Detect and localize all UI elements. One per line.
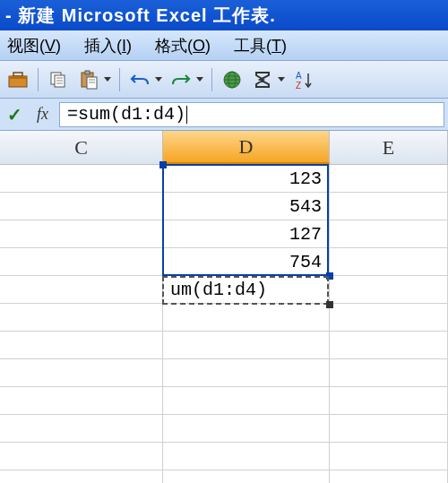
menu-format[interactable]: 格式(O) bbox=[151, 33, 214, 58]
cell-c5[interactable] bbox=[0, 276, 163, 303]
autosum-dropdown-icon[interactable] bbox=[277, 67, 286, 92]
cell-d4[interactable]: 754 bbox=[163, 248, 330, 275]
table-row: 123 bbox=[0, 165, 448, 193]
cell-c4[interactable] bbox=[0, 248, 163, 275]
svg-rect-1 bbox=[13, 73, 22, 76]
formula-input[interactable]: =sum(d1:d4) bbox=[59, 102, 444, 127]
cell-c8[interactable] bbox=[0, 359, 163, 386]
cell-d5[interactable]: um(d1:d4) bbox=[163, 276, 330, 303]
formula-text: =sum(d1:d4) bbox=[67, 104, 185, 125]
cell-c3[interactable] bbox=[0, 220, 163, 247]
sort-asc-icon[interactable]: AZ bbox=[291, 67, 316, 92]
table-row bbox=[0, 332, 448, 359]
copy-icon[interactable] bbox=[46, 67, 71, 92]
cell-c11[interactable] bbox=[0, 443, 163, 470]
table-row bbox=[0, 443, 448, 470]
cell-c1[interactable] bbox=[0, 165, 163, 192]
autosum-icon[interactable] bbox=[250, 67, 275, 92]
paste-dropdown-icon[interactable] bbox=[103, 67, 112, 92]
column-headers: C D E bbox=[0, 131, 448, 165]
cell-e6[interactable] bbox=[330, 304, 448, 331]
svg-text:Z: Z bbox=[296, 81, 301, 90]
table-row: 754 bbox=[0, 248, 448, 276]
cell-d11[interactable] bbox=[163, 443, 330, 470]
window-title: - 新建 Microsoft Excel 工作表. bbox=[5, 4, 276, 28]
cell-e5[interactable] bbox=[330, 276, 448, 303]
menu-insert[interactable]: 插入(I) bbox=[81, 33, 135, 58]
redo-dropdown-icon[interactable] bbox=[195, 67, 204, 92]
toolbox-icon[interactable] bbox=[5, 67, 30, 92]
undo-icon[interactable] bbox=[127, 67, 152, 92]
table-row bbox=[0, 415, 448, 443]
cell-d9[interactable] bbox=[163, 387, 330, 414]
undo-dropdown-icon[interactable] bbox=[154, 67, 163, 92]
menu-view[interactable]: 视图(V) bbox=[4, 33, 65, 58]
window-titlebar: - 新建 Microsoft Excel 工作表. bbox=[0, 0, 448, 30]
cell-c6[interactable] bbox=[0, 304, 163, 331]
cell-e9[interactable] bbox=[330, 387, 448, 414]
cell-d12[interactable] bbox=[163, 470, 330, 483]
cell-d10[interactable] bbox=[163, 415, 330, 442]
cell-d6[interactable] bbox=[163, 304, 330, 331]
cell-d2[interactable]: 543 bbox=[163, 193, 330, 220]
paste-icon[interactable] bbox=[76, 67, 101, 92]
menubar: 视图(V) 插入(I) 格式(O) 工具(T) bbox=[0, 30, 448, 61]
cell-c7[interactable] bbox=[0, 332, 163, 358]
grid-body: 123 543 127 754 um(d1:d4) bbox=[0, 165, 448, 483]
cell-e3[interactable] bbox=[330, 220, 448, 247]
cell-d7[interactable] bbox=[163, 332, 330, 358]
table-row: 127 bbox=[0, 220, 448, 248]
cell-e12[interactable] bbox=[330, 470, 448, 483]
cell-c2[interactable] bbox=[0, 193, 163, 220]
redo-icon[interactable] bbox=[168, 67, 194, 92]
formula-confirm-icon[interactable]: ✓ bbox=[4, 104, 26, 125]
table-row bbox=[0, 304, 448, 332]
column-header-e[interactable]: E bbox=[330, 131, 448, 164]
hyperlink-icon[interactable] bbox=[220, 67, 245, 92]
svg-rect-9 bbox=[85, 71, 90, 74]
cell-d8[interactable] bbox=[163, 359, 330, 386]
spreadsheet-grid: C D E 123 543 127 754 um(d1:d4) bbox=[0, 131, 448, 483]
cell-d1[interactable]: 123 bbox=[163, 165, 330, 192]
table-row: um(d1:d4) bbox=[0, 276, 448, 304]
toolbar-separator bbox=[211, 68, 212, 91]
cell-c12[interactable] bbox=[0, 470, 163, 483]
text-cursor bbox=[186, 106, 187, 124]
table-row bbox=[0, 387, 448, 415]
column-header-d[interactable]: D bbox=[163, 131, 330, 164]
cell-e10[interactable] bbox=[330, 415, 448, 442]
cell-c10[interactable] bbox=[0, 415, 163, 442]
formula-bar: ✓ fx =sum(d1:d4) bbox=[0, 99, 448, 131]
fx-icon[interactable]: fx bbox=[33, 105, 52, 124]
menu-tools[interactable]: 工具(T) bbox=[230, 33, 290, 58]
toolbar: AZ bbox=[0, 61, 448, 99]
table-row bbox=[0, 359, 448, 387]
cell-e2[interactable] bbox=[330, 193, 448, 220]
cell-e4[interactable] bbox=[330, 248, 448, 275]
toolbar-separator bbox=[119, 68, 120, 91]
toolbar-separator bbox=[38, 68, 39, 91]
cell-c9[interactable] bbox=[0, 387, 163, 414]
svg-rect-2 bbox=[9, 76, 27, 79]
cell-e1[interactable] bbox=[330, 165, 448, 192]
svg-text:A: A bbox=[296, 71, 302, 81]
table-row: 543 bbox=[0, 193, 448, 220]
cell-e11[interactable] bbox=[330, 443, 448, 470]
cell-e7[interactable] bbox=[330, 332, 448, 358]
table-row bbox=[0, 470, 448, 483]
cell-d3[interactable]: 127 bbox=[163, 220, 330, 247]
column-header-c[interactable]: C bbox=[0, 131, 163, 164]
cell-e8[interactable] bbox=[330, 359, 448, 386]
